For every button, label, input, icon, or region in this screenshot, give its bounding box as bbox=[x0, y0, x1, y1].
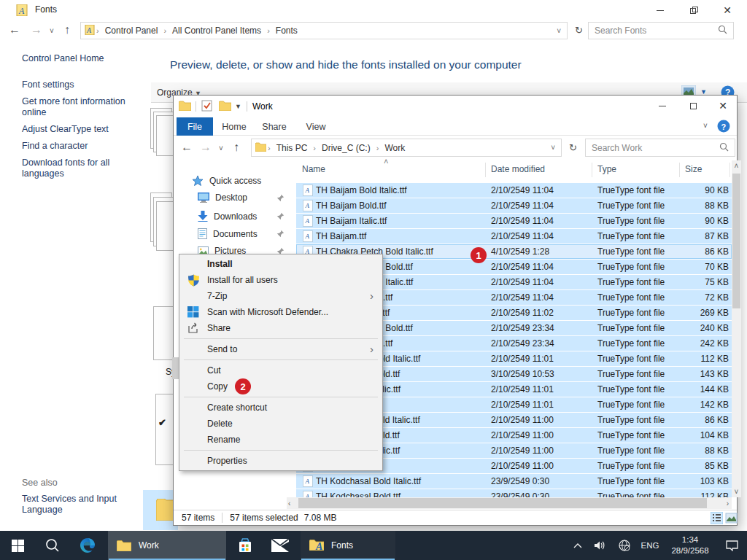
menu-item-share[interactable]: Share bbox=[179, 320, 382, 336]
up-icon[interactable]: ↑ bbox=[233, 139, 239, 155]
address-dropdown-icon[interactable]: ˅ bbox=[551, 144, 555, 152]
tab-file[interactable]: File bbox=[177, 117, 213, 136]
horizontal-scrollbar[interactable]: ‹ › bbox=[287, 497, 732, 509]
taskbar-fonts-button[interactable]: A Fonts bbox=[301, 531, 395, 560]
ttf-file-icon: A bbox=[303, 475, 313, 489]
menu-item-create-shortcut[interactable]: Create shortcut bbox=[179, 400, 382, 416]
nav-scrollbar-thumb[interactable] bbox=[172, 357, 179, 379]
tab-view[interactable]: View bbox=[298, 117, 334, 136]
tab-share[interactable]: Share bbox=[255, 117, 293, 136]
system-tray: ENG 1:34 28/9/2568 bbox=[567, 531, 747, 560]
crumb-this-pc[interactable]: This PC bbox=[272, 143, 312, 153]
file-row[interactable]: ATH Baijam Bold.ttf2/10/2549 11:04TrueTy… bbox=[296, 198, 732, 213]
work-close-button[interactable]: ✕ bbox=[709, 96, 737, 116]
crumb-drive-c[interactable]: Drive_C (C:) bbox=[317, 143, 375, 153]
up-icon[interactable]: ↑ bbox=[64, 22, 70, 38]
menu-item-install[interactable]: Install bbox=[179, 256, 382, 272]
nav-item-downloads[interactable]: Downloads bbox=[198, 211, 257, 222]
network-icon[interactable] bbox=[612, 540, 636, 551]
column-header-size[interactable]: Size bbox=[685, 164, 702, 174]
start-button[interactable] bbox=[0, 531, 35, 560]
menu-item-properties[interactable]: Properties bbox=[179, 453, 382, 469]
fonts-restore-button[interactable] bbox=[677, 0, 711, 20]
file-size: 86 KB bbox=[705, 415, 729, 425]
crumb-control-panel[interactable]: Control Panel bbox=[101, 26, 163, 36]
column-header-type[interactable]: Type bbox=[597, 164, 616, 174]
menu-label: Share bbox=[207, 323, 382, 333]
tray-time: 1:34 bbox=[671, 534, 708, 545]
fonts-search-box[interactable]: Search Fonts bbox=[588, 22, 734, 39]
volume-icon[interactable] bbox=[589, 540, 612, 551]
work-minimize-button[interactable] bbox=[646, 96, 678, 116]
back-icon[interactable]: ← bbox=[9, 22, 20, 38]
sidebar-text-services[interactable]: Text Services and Input Language bbox=[22, 494, 144, 516]
scrollbar-thumb[interactable] bbox=[732, 174, 740, 308]
taskbar-search-icon[interactable] bbox=[35, 531, 70, 560]
details-view-icon[interactable] bbox=[711, 512, 723, 526]
ribbon-expand-icon[interactable]: ˅ bbox=[703, 122, 708, 130]
clock[interactable]: 1:34 28/9/2568 bbox=[664, 534, 716, 556]
address-dropdown-icon[interactable]: ˅ bbox=[557, 27, 561, 35]
file-type: TrueType font file bbox=[597, 262, 665, 272]
thumbnail-view-icon[interactable] bbox=[725, 512, 738, 526]
recent-locations-icon[interactable]: ˅ bbox=[219, 141, 223, 157]
language-indicator[interactable]: ENG bbox=[636, 541, 664, 550]
crumb-work[interactable]: Work bbox=[380, 143, 409, 153]
back-icon[interactable]: ← bbox=[181, 139, 193, 155]
menu-item-scan-with-microsoft-defender[interactable]: Scan with Microsoft Defender... bbox=[179, 304, 382, 320]
tray-expand-icon[interactable] bbox=[567, 542, 589, 548]
nav-item-quick-access[interactable]: Quick access bbox=[192, 175, 261, 187]
menu-item-send-to[interactable]: Send to› bbox=[179, 341, 382, 357]
sidebar-link[interactable]: Adjust ClearType text bbox=[22, 124, 144, 135]
ribbon-help-icon[interactable]: ? bbox=[717, 120, 730, 135]
menu-item-delete[interactable]: Delete bbox=[179, 416, 382, 432]
sidebar-link[interactable]: Download fonts for all languages bbox=[22, 158, 144, 179]
file-row[interactable]: ATH Baijam Italic.ttf2/10/2549 11:04True… bbox=[296, 214, 732, 228]
menu-item-cut[interactable]: Cut bbox=[179, 362, 382, 378]
work-maximize-button[interactable] bbox=[678, 96, 709, 116]
tab-home[interactable]: Home bbox=[216, 117, 252, 136]
work-search-box[interactable]: Search Work bbox=[585, 139, 735, 157]
sidebar-link[interactable]: Get more font information online bbox=[22, 96, 144, 118]
taskbar-work-button[interactable]: Work bbox=[108, 531, 226, 560]
file-row[interactable]: ATH Kodchasal Bold Italic.ttf23/9/2549 0… bbox=[296, 474, 732, 489]
store-icon[interactable] bbox=[228, 531, 263, 560]
file-size: 88 KB bbox=[705, 446, 729, 456]
scrollbar-thumb[interactable] bbox=[298, 498, 707, 508]
nav-item-documents[interactable]: Documents bbox=[198, 228, 258, 239]
vertical-scrollbar[interactable]: ˄ ˅ bbox=[732, 160, 741, 497]
fonts-minimize-button[interactable] bbox=[643, 0, 677, 20]
sidebar-control-panel-home[interactable]: Control Panel Home bbox=[22, 53, 144, 64]
action-center-icon[interactable] bbox=[716, 540, 747, 551]
nav-item-desktop[interactable]: Desktop bbox=[198, 192, 247, 203]
mail-icon[interactable] bbox=[263, 531, 298, 560]
refresh-icon[interactable]: ↻ bbox=[569, 140, 577, 156]
column-header-name[interactable]: Name bbox=[302, 164, 325, 174]
crumb-fonts[interactable]: Fonts bbox=[271, 26, 302, 36]
forward-icon[interactable]: → bbox=[31, 22, 42, 38]
menu-item-copy[interactable]: Copy bbox=[179, 378, 382, 394]
fonts-close-button[interactable]: ✕ bbox=[711, 0, 744, 20]
file-row[interactable]: ATH Baijam.ttf2/10/2549 11:04TrueType fo… bbox=[296, 229, 732, 244]
edge-icon[interactable] bbox=[70, 531, 105, 560]
menu-item-install-for-all-users[interactable]: Install for all users bbox=[179, 272, 382, 288]
fonts-address-box[interactable]: A › Control Panel › All Control Panel It… bbox=[80, 22, 568, 39]
qat-newfolder-icon[interactable] bbox=[219, 101, 231, 113]
scroll-right-icon[interactable]: › bbox=[727, 499, 729, 508]
refresh-icon[interactable]: ↻ bbox=[575, 23, 583, 39]
scroll-up-icon[interactable]: ˄ bbox=[732, 162, 741, 170]
column-header-date[interactable]: Date modified bbox=[491, 164, 545, 174]
qat-properties-icon[interactable] bbox=[201, 100, 212, 114]
crumb-all-items[interactable]: All Control Panel Items bbox=[168, 26, 266, 36]
work-address-box[interactable]: › This PC › Drive_C (C:) › Work ˅ bbox=[251, 139, 562, 157]
recent-locations-icon[interactable]: ˅ bbox=[50, 23, 54, 39]
sidebar-link[interactable]: Find a character bbox=[22, 141, 144, 152]
menu-item-7-zip[interactable]: 7-Zip› bbox=[179, 288, 382, 304]
file-row[interactable]: ATH Baijam Bold Italic.ttf2/10/2549 11:0… bbox=[296, 183, 732, 198]
scroll-left-icon[interactable]: ‹ bbox=[288, 499, 290, 508]
qat-dropdown-icon[interactable]: ▼ bbox=[235, 103, 241, 110]
sidebar-link[interactable]: Font settings bbox=[22, 79, 144, 90]
menu-item-rename[interactable]: Rename bbox=[179, 432, 382, 448]
scroll-down-icon[interactable]: ˅ bbox=[732, 488, 741, 496]
forward-icon[interactable]: → bbox=[200, 139, 212, 155]
